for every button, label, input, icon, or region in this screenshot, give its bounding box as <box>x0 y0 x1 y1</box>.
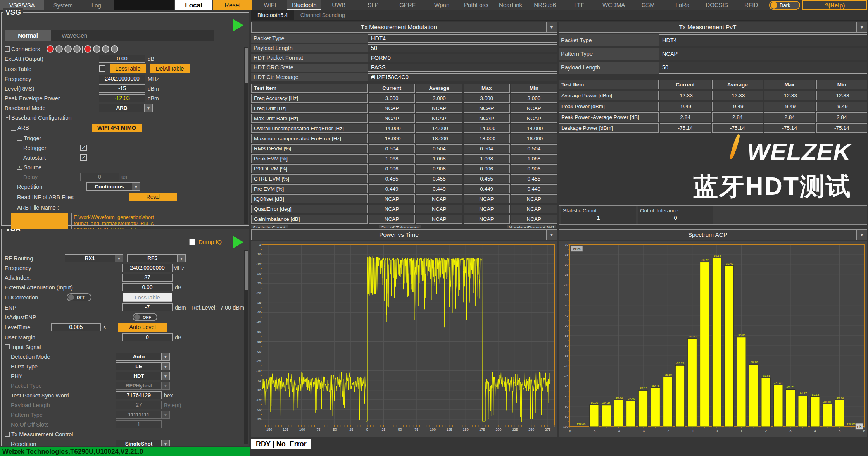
chevron-down-icon[interactable]: ▼ <box>856 230 867 240</box>
tab-nearlink[interactable]: NearLink <box>494 0 528 10</box>
field-value[interactable]: #H2F158C4C0 <box>368 73 557 81</box>
vsg-scrollbar-thumb[interactable] <box>245 48 248 83</box>
chevron-down-icon[interactable]: ▼ <box>132 182 140 191</box>
collapse-icon[interactable]: − <box>11 126 16 131</box>
reset-button[interactable]: Reset <box>213 0 252 10</box>
tab-lte[interactable]: LTE <box>562 0 597 10</box>
expand-icon[interactable]: + <box>5 46 10 52</box>
tab-rfid[interactable]: RFID <box>734 0 768 10</box>
tab-bluetooth[interactable]: Bluetooth <box>287 0 322 10</box>
chevron-down-icon[interactable]: ▼ <box>178 254 186 262</box>
dropdown[interactable]: Continuous▼ <box>86 182 140 191</box>
vsg-play-button[interactable] <box>233 19 243 31</box>
subtab-bluetooth5-4[interactable]: Bluetooth5.4 <box>251 10 294 20</box>
arb-waveform-button[interactable]: WIFI 4*4 MIMO <box>92 124 142 132</box>
dropdown[interactable]: RF5▼ <box>127 254 186 262</box>
vsg-scrollbar[interactable] <box>244 47 248 224</box>
collapse-icon[interactable]: − <box>5 432 10 437</box>
checkbox-checked[interactable]: ✓ <box>80 145 87 151</box>
input-field[interactable]: 71764129 <box>116 391 162 399</box>
input-field[interactable]: -15 <box>99 84 145 93</box>
read-button[interactable]: Read <box>129 193 177 201</box>
led-red-icon[interactable] <box>47 45 54 53</box>
checkbox-checked[interactable]: ✓ <box>80 154 87 161</box>
input-field[interactable]: 0.00 <box>122 283 173 291</box>
input-field[interactable]: 0.00 <box>99 55 145 63</box>
field-value[interactable]: HDT4 <box>659 34 867 46</box>
collapse-icon[interactable]: − <box>17 136 22 141</box>
chevron-down-icon[interactable]: ▼ <box>162 372 170 380</box>
chevron-down-icon[interactable]: ▼ <box>145 104 153 112</box>
loss-table-button[interactable]: LossTable <box>123 293 172 302</box>
dropdown[interactable]: LE▼ <box>116 362 170 370</box>
dropdown[interactable]: SingleShot▼ <box>116 440 170 446</box>
dropdown[interactable]: ARB▼ <box>99 104 153 112</box>
field-value[interactable]: HDT4 <box>368 34 557 43</box>
led-red-icon[interactable] <box>84 45 91 53</box>
chevron-down-icon[interactable]: ▼ <box>162 353 170 361</box>
led-gray-icon[interactable] <box>64 45 72 53</box>
tab-wifi[interactable]: WIFI <box>253 0 287 10</box>
led-gray-icon[interactable] <box>55 45 63 53</box>
vsa-scrollbar-thumb[interactable] <box>245 251 248 290</box>
dropdown[interactable]: HDT▼ <box>116 372 170 380</box>
dropdown[interactable]: Auto▼ <box>116 353 170 361</box>
tab-lora[interactable]: LoRa <box>665 0 700 10</box>
toggle-off[interactable]: OFF <box>67 293 91 301</box>
menu-item-log[interactable]: Log <box>82 0 110 10</box>
vsa-play-button[interactable] <box>233 236 243 248</box>
toggle-off[interactable]: OFF <box>133 313 157 321</box>
tab-gsm[interactable]: GSM <box>631 0 665 10</box>
vsg-tab-normal[interactable]: Normal <box>5 30 51 41</box>
dark-mode-toggle[interactable]: Dark <box>769 1 800 10</box>
vsa-scrollbar[interactable] <box>244 250 248 444</box>
input-field[interactable]: 0 <box>122 333 173 341</box>
collapse-icon[interactable]: − <box>5 115 10 120</box>
input-field[interactable]: 1 <box>116 420 162 428</box>
chevron-down-icon[interactable]: ▼ <box>162 382 170 390</box>
input-field[interactable]: -7 <box>122 303 173 311</box>
field-value[interactable]: FORM0 <box>368 54 557 62</box>
input-field[interactable]: 2402.0000000 <box>122 264 173 272</box>
field-value[interactable]: 50 <box>368 44 557 52</box>
menu-item-system[interactable]: System <box>44 0 82 10</box>
vsg-tab-wavegen[interactable]: WaveGen <box>51 30 98 41</box>
del-all-table-button[interactable]: DelAllTable <box>150 64 190 73</box>
chevron-down-icon[interactable]: ▼ <box>162 411 170 419</box>
local-button[interactable]: Local <box>175 0 212 10</box>
help-button[interactable]: ?(Help) <box>802 0 867 10</box>
collapse-icon[interactable]: − <box>5 344 10 349</box>
tab-wcdma[interactable]: WCDMA <box>597 0 631 10</box>
dropdown[interactable]: RX1▼ <box>65 254 123 262</box>
tab-slp[interactable]: SLP <box>356 0 390 10</box>
led-gray-icon[interactable] <box>111 45 118 53</box>
chevron-down-icon[interactable]: ▼ <box>162 440 170 446</box>
tab-gprf[interactable]: GPRF <box>390 0 425 10</box>
input-field[interactable]: 0 <box>80 173 119 181</box>
loss-table-button[interactable]: LossTable <box>110 64 146 73</box>
input-field[interactable]: 27 <box>116 401 162 409</box>
chevron-down-icon[interactable]: ▼ <box>115 254 123 262</box>
subtab-channel-sounding[interactable]: Channel Sounding <box>294 10 351 20</box>
input-field[interactable]: 2402.0000000 <box>99 75 145 83</box>
chevron-down-icon[interactable]: ▼ <box>162 362 170 370</box>
tab-uwb[interactable]: UWB <box>321 0 356 10</box>
field-value[interactable]: NCAP <box>659 48 867 60</box>
tab-docsis[interactable]: DOCSIS <box>700 0 734 10</box>
tab-pathloss[interactable]: PathLoss <box>459 0 494 10</box>
dropdown[interactable]: RFPHytest▼ <box>116 382 170 390</box>
tab-wpan[interactable]: Wpan <box>425 0 459 10</box>
chevron-down-icon[interactable]: ▼ <box>546 230 557 240</box>
led-gray-icon[interactable] <box>93 45 100 53</box>
loss-table-checkbox[interactable] <box>99 65 105 72</box>
dropdown[interactable]: 11111111▼ <box>116 411 170 419</box>
chevron-down-icon[interactable]: ▼ <box>546 22 557 32</box>
dump-iq-checkbox[interactable] <box>189 239 195 245</box>
chevron-down-icon[interactable]: ▼ <box>856 22 867 32</box>
auto-level-button[interactable]: Auto Level <box>118 323 167 332</box>
expand-icon[interactable]: + <box>17 165 22 170</box>
led-gray-icon[interactable] <box>73 45 81 53</box>
tab-nrsub6[interactable]: NRSub6 <box>528 0 562 10</box>
field-value[interactable]: PASS <box>368 64 557 72</box>
led-gray-icon[interactable] <box>102 45 109 53</box>
